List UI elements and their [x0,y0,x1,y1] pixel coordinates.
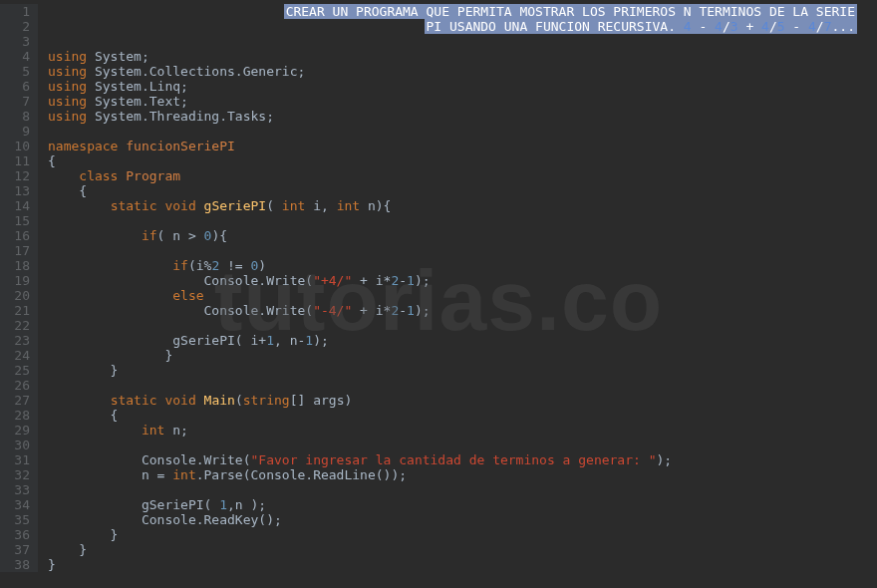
line-number: 25 [0,363,30,378]
code-line [48,318,877,333]
code-line: static void Main(string[] args) [48,393,877,408]
code-line: Console.ReadKey(); [48,512,877,527]
line-number: 31 [0,452,30,467]
line-number: 24 [0,348,30,363]
code-line: gSeriePI( 1,n ); [48,497,877,512]
code-line [48,378,877,393]
line-number: 9 [0,124,30,139]
code-line: n = int.Parse(Console.ReadLine()); [48,467,877,482]
line-number: 38 [0,557,30,572]
line-number: 37 [0,542,30,557]
line-number: 26 [0,378,30,393]
line-number: 12 [0,168,30,183]
line-number: 35 [0,512,30,527]
line-number: 32 [0,467,30,482]
line-number: 20 [0,288,30,303]
line-number: 5 [0,64,30,79]
line-number: 21 [0,303,30,318]
line-number: 4 [0,49,30,64]
line-number: 11 [0,153,30,168]
line-number: 22 [0,318,30,333]
code-line: using System.Linq; [48,79,877,94]
line-number: 15 [0,213,30,228]
code-line: { [48,153,877,168]
line-number: 33 [0,482,30,497]
code-line: { [48,408,877,423]
code-line: } [48,557,877,572]
code-line [48,34,877,49]
line-number: 7 [0,94,30,109]
code-line [48,243,877,258]
code-line: gSeriePI( i+1, n-1); [48,333,877,348]
line-number: 13 [0,183,30,198]
line-number: 28 [0,408,30,423]
code-editor: 1 2 3 4 5 6 7 8 9 10 11 12 13 14 15 16 1… [0,0,877,572]
line-number: 6 [0,79,30,94]
line-number: 1 [0,4,30,19]
line-number: 27 [0,393,30,408]
line-number: 36 [0,527,30,542]
code-line: if( n > 0){ [48,228,877,243]
line-number: 2 [0,19,30,34]
line-number: 23 [0,333,30,348]
code-line: using System.Threading.Tasks; [48,109,877,124]
code-line: else [48,288,877,303]
line-number: 29 [0,423,30,438]
line-number: 30 [0,438,30,452]
selected-comment-1: CREAR UN PROGRAMA QUE PERMITA MOSTRAR LO… [48,4,877,19]
code-line: } [48,348,877,363]
code-area[interactable]: CREAR UN PROGRAMA QUE PERMITA MOSTRAR LO… [38,4,877,572]
code-line: { [48,183,877,198]
code-line: static void gSeriePI( int i, int n){ [48,198,877,213]
code-line: } [48,542,877,557]
code-line: class Program [48,168,877,183]
code-line: Console.Write("-4/" + i*2-1); [48,303,877,318]
code-line [48,438,877,452]
line-number: 10 [0,139,30,153]
line-number: 19 [0,273,30,288]
code-line [48,482,877,497]
code-line: using System.Collections.Generic; [48,64,877,79]
line-number: 14 [0,198,30,213]
line-number: 17 [0,243,30,258]
code-line [48,124,877,139]
line-number: 34 [0,497,30,512]
line-number: 16 [0,228,30,243]
code-line: if(i%2 != 0) [48,258,877,273]
code-line [48,213,877,228]
code-line: Console.Write("Favor ingresar la cantida… [48,452,877,467]
code-line: using System; [48,49,877,64]
code-line: int n; [48,423,877,438]
line-gutter: 1 2 3 4 5 6 7 8 9 10 11 12 13 14 15 16 1… [0,4,38,572]
selected-comment-2: PI USANDO UNA FUNCION RECURSIVA. 4 - 4/3… [48,19,877,34]
code-line: namespace funcionSeriePI [48,139,877,153]
code-line: } [48,527,877,542]
line-number: 3 [0,34,30,49]
code-line: } [48,363,877,378]
line-number: 18 [0,258,30,273]
code-line: using System.Text; [48,94,877,109]
line-number: 8 [0,109,30,124]
code-line: Console.Write("+4/" + i*2-1); [48,273,877,288]
